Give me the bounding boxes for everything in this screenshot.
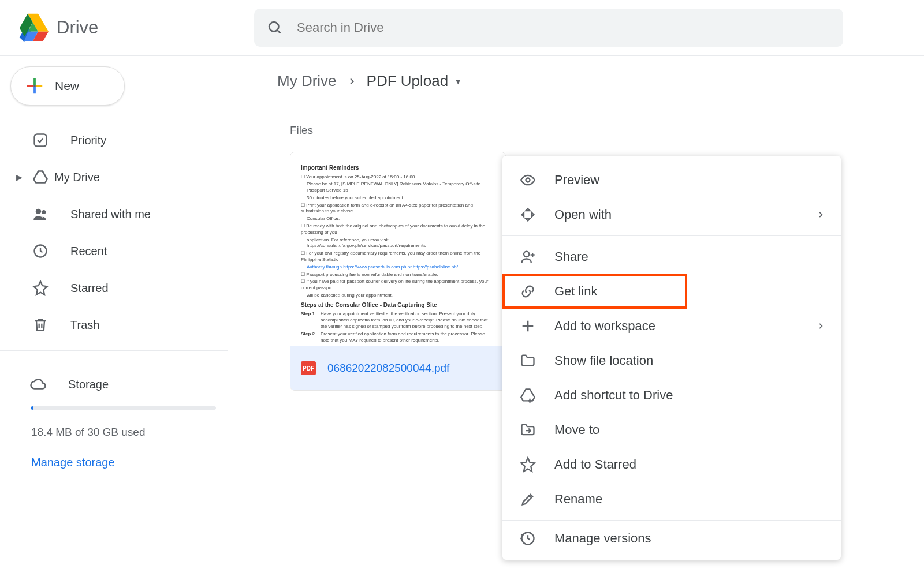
sidebar-item-label: Trash — [70, 319, 99, 332]
search-bar[interactable]: Search in Drive — [254, 9, 843, 47]
ctx-label: Show file location — [554, 353, 653, 368]
svg-rect-6 — [33, 85, 36, 87]
divider — [0, 350, 228, 351]
ctx-share[interactable]: Share — [502, 240, 841, 274]
nav-list: Priority ▶ My Drive Shared with me Recen… — [0, 122, 228, 343]
ctx-label: Share — [554, 249, 588, 264]
ctx-add-shortcut[interactable]: Add shortcut to Drive — [502, 378, 841, 413]
ctx-add-starred[interactable]: Add to Starred — [502, 447, 841, 482]
storage-label: Storage — [68, 378, 109, 391]
rename-icon — [519, 491, 537, 507]
people-icon — [31, 206, 50, 222]
new-button[interactable]: New — [10, 66, 125, 106]
ctx-preview[interactable]: Preview — [502, 163, 841, 197]
ctx-move-to[interactable]: Move to — [502, 413, 841, 447]
ctx-label: Open with — [554, 207, 612, 222]
file-footer: PDF 06862022082500044.pdf — [290, 346, 505, 390]
trash-icon — [31, 317, 50, 333]
storage-bar — [31, 406, 216, 410]
svg-point-8 — [36, 209, 41, 214]
file-name: 06862022082500044.pdf — [327, 362, 449, 375]
star-icon — [31, 280, 50, 296]
history-icon — [519, 530, 537, 547]
svg-point-9 — [42, 210, 46, 214]
sidebar-item-label: Starred — [70, 282, 109, 295]
ctx-add-workspace[interactable]: Add to workspace — [502, 309, 841, 343]
sidebar-item-trash[interactable]: Trash — [0, 306, 228, 343]
storage-block: Storage 18.4 MB of 30 GB used Manage sto… — [0, 358, 228, 469]
plus-icon — [519, 318, 537, 334]
ctx-label: Preview — [554, 173, 599, 188]
sidebar-item-recent[interactable]: Recent — [0, 233, 228, 270]
sidebar-item-starred[interactable]: Starred — [0, 270, 228, 306]
sidebar-item-my-drive[interactable]: ▶ My Drive — [0, 159, 228, 196]
chevron-down-icon: ▼ — [454, 77, 462, 86]
sidebar-item-shared[interactable]: Shared with me — [0, 196, 228, 233]
sidebar-item-label: Recent — [70, 245, 107, 258]
svg-rect-2 — [33, 78, 36, 85]
ctx-label: Rename — [554, 492, 602, 507]
open-with-icon — [519, 207, 537, 223]
storage-fill — [31, 406, 33, 410]
divider — [502, 235, 841, 236]
sidebar-item-storage[interactable]: Storage — [31, 368, 200, 401]
sidebar-item-label: My Drive — [54, 171, 100, 184]
svg-line-1 — [277, 30, 280, 33]
logo-block[interactable]: Drive — [17, 12, 254, 43]
ctx-manage-versions[interactable]: Manage versions — [502, 524, 841, 553]
chevron-right-icon — [817, 322, 825, 330]
link-icon — [519, 283, 537, 300]
sidebar: New Priority ▶ My Drive Shared with me — [0, 56, 228, 580]
ctx-label: Add shortcut to Drive — [554, 388, 673, 403]
move-to-icon — [519, 422, 537, 438]
ctx-label: Manage versions — [554, 531, 651, 546]
svg-point-12 — [524, 252, 529, 257]
svg-rect-4 — [33, 87, 36, 93]
drive-icon — [31, 169, 50, 185]
file-thumbnail: Important Reminders ☐ Your appointment i… — [290, 152, 505, 346]
breadcrumb-current[interactable]: PDF Upload ▼ — [367, 72, 462, 90]
breadcrumb-root[interactable]: My Drive — [277, 72, 337, 90]
svg-point-0 — [269, 22, 278, 31]
svg-point-11 — [526, 178, 530, 182]
drive-logo-icon — [17, 12, 49, 43]
file-card[interactable]: Important Reminders ☐ Your appointment i… — [290, 152, 506, 391]
ctx-get-link[interactable]: Get link — [502, 274, 841, 309]
manage-storage-link[interactable]: Manage storage — [31, 456, 115, 469]
sidebar-item-label: Shared with me — [70, 208, 151, 221]
plus-icon — [25, 76, 44, 96]
cloud-icon — [29, 376, 47, 393]
ctx-label: Get link — [554, 284, 598, 299]
breadcrumb: My Drive PDF Upload ▼ — [277, 72, 918, 104]
folder-icon — [519, 353, 537, 369]
context-menu: Preview Open with Share Get link Add to … — [502, 156, 841, 560]
drive-shortcut-icon — [519, 387, 537, 403]
star-icon — [519, 456, 537, 473]
thumb-heading: Steps at the Consular Office - Data Capt… — [301, 301, 495, 309]
pdf-badge-icon: PDF — [301, 361, 316, 375]
ctx-show-location[interactable]: Show file location — [502, 343, 841, 378]
check-circle-icon — [31, 132, 50, 148]
person-add-icon — [519, 249, 537, 265]
sidebar-item-priority[interactable]: Priority — [0, 122, 228, 159]
clock-icon — [31, 243, 50, 259]
ctx-open-with[interactable]: Open with — [502, 197, 841, 232]
divider — [502, 520, 841, 521]
ctx-label: Add to workspace — [554, 319, 655, 334]
storage-usage-text: 18.4 MB of 30 GB used — [31, 426, 200, 439]
ctx-rename[interactable]: Rename — [502, 482, 841, 517]
thumb-heading: Important Reminders — [301, 164, 495, 172]
files-section-label: Files — [290, 124, 924, 137]
svg-rect-5 — [27, 85, 33, 87]
eye-icon — [519, 172, 537, 188]
ctx-label: Add to Starred — [554, 457, 636, 472]
new-button-label: New — [55, 79, 79, 93]
ctx-label: Move to — [554, 422, 599, 437]
chevron-right-icon — [347, 77, 356, 86]
breadcrumb-current-label: PDF Upload — [367, 72, 449, 90]
svg-rect-3 — [36, 85, 42, 87]
svg-rect-7 — [35, 134, 47, 147]
search-placeholder: Search in Drive — [297, 20, 383, 35]
search-icon — [267, 20, 283, 36]
expand-caret-icon[interactable]: ▶ — [12, 173, 27, 182]
